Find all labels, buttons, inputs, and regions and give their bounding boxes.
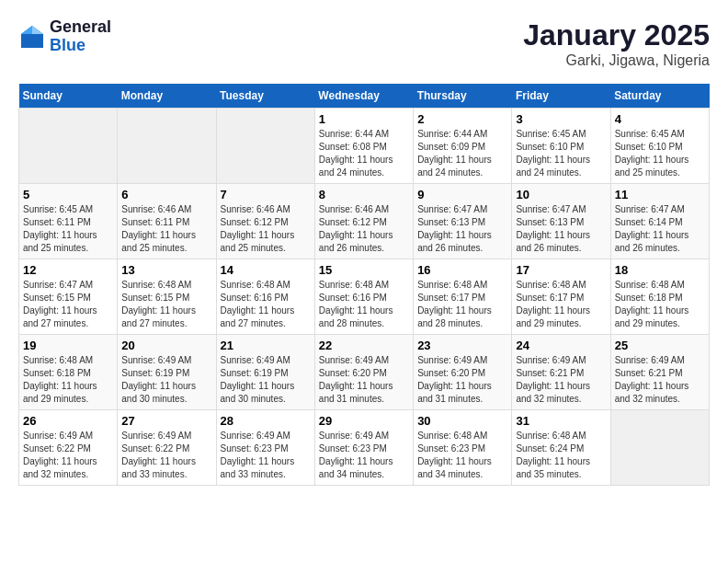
logo-text: General Blue (50, 18, 111, 55)
day-info: Sunrise: 6:49 AMSunset: 6:23 PMDaylight:… (319, 430, 409, 481)
day-number: 27 (121, 414, 211, 428)
calendar-cell: 14Sunrise: 6:48 AMSunset: 6:16 PMDayligh… (216, 259, 314, 335)
day-info: Sunrise: 6:48 AMSunset: 6:17 PMDaylight:… (516, 279, 606, 330)
calendar-cell: 16Sunrise: 6:48 AMSunset: 6:17 PMDayligh… (414, 259, 512, 335)
day-number: 2 (417, 112, 507, 126)
day-info: Sunrise: 6:49 AMSunset: 6:22 PMDaylight:… (23, 430, 113, 481)
calendar-cell: 11Sunrise: 6:47 AMSunset: 6:14 PMDayligh… (610, 184, 709, 259)
calendar-cell: 23Sunrise: 6:49 AMSunset: 6:20 PMDayligh… (414, 335, 512, 410)
calendar-week-row: 26Sunrise: 6:49 AMSunset: 6:22 PMDayligh… (19, 410, 710, 486)
day-header-monday: Monday (118, 84, 216, 109)
day-number: 13 (121, 263, 211, 277)
day-number: 23 (417, 339, 507, 352)
day-info: Sunrise: 6:49 AMSunset: 6:22 PMDaylight:… (121, 430, 211, 481)
day-info: Sunrise: 6:49 AMSunset: 6:21 PMDaylight:… (615, 354, 705, 406)
calendar-cell: 6Sunrise: 6:46 AMSunset: 6:11 PMDaylight… (118, 184, 216, 259)
day-number: 26 (23, 414, 113, 428)
calendar-cell: 9Sunrise: 6:47 AMSunset: 6:13 PMDaylight… (414, 184, 512, 259)
day-number: 8 (319, 188, 409, 201)
day-number: 12 (23, 263, 113, 277)
calendar-week-row: 5Sunrise: 6:45 AMSunset: 6:11 PMDaylight… (19, 184, 710, 259)
calendar-cell (610, 410, 709, 486)
day-info: Sunrise: 6:44 AMSunset: 6:08 PMDaylight:… (319, 128, 409, 179)
day-info: Sunrise: 6:49 AMSunset: 6:19 PMDaylight:… (121, 354, 211, 406)
calendar-cell: 21Sunrise: 6:49 AMSunset: 6:19 PMDayligh… (216, 335, 314, 410)
calendar-cell: 27Sunrise: 6:49 AMSunset: 6:22 PMDayligh… (118, 410, 216, 486)
day-number: 4 (615, 112, 705, 126)
day-info: Sunrise: 6:47 AMSunset: 6:15 PMDaylight:… (23, 279, 113, 330)
calendar-cell: 19Sunrise: 6:48 AMSunset: 6:18 PMDayligh… (19, 335, 118, 410)
day-number: 14 (221, 263, 311, 277)
calendar-cell: 5Sunrise: 6:45 AMSunset: 6:11 PMDaylight… (19, 184, 118, 259)
day-number: 15 (319, 263, 409, 277)
day-info: Sunrise: 6:48 AMSunset: 6:16 PMDaylight:… (221, 279, 311, 330)
calendar-cell: 2Sunrise: 6:44 AMSunset: 6:09 PMDaylight… (414, 109, 512, 184)
logo-blue: Blue (50, 36, 85, 54)
logo-icon (18, 23, 46, 51)
day-number: 29 (319, 414, 409, 428)
calendar-cell: 12Sunrise: 6:47 AMSunset: 6:15 PMDayligh… (19, 259, 118, 335)
day-number: 31 (516, 414, 606, 428)
day-info: Sunrise: 6:45 AMSunset: 6:11 PMDaylight:… (23, 203, 113, 255)
calendar-cell (118, 109, 216, 184)
day-info: Sunrise: 6:44 AMSunset: 6:09 PMDaylight:… (417, 128, 507, 179)
title-area: January 2025 Garki, Jigawa, Nigeria (523, 18, 710, 69)
calendar-cell: 24Sunrise: 6:49 AMSunset: 6:21 PMDayligh… (512, 335, 610, 410)
day-number: 25 (615, 339, 705, 352)
calendar-cell (216, 109, 314, 184)
day-info: Sunrise: 6:45 AMSunset: 6:10 PMDaylight:… (615, 128, 705, 179)
day-number: 9 (417, 188, 507, 201)
day-info: Sunrise: 6:48 AMSunset: 6:16 PMDaylight:… (319, 279, 409, 330)
location-title: Garki, Jigawa, Nigeria (523, 52, 710, 69)
day-header-friday: Friday (512, 84, 610, 109)
calendar-cell: 7Sunrise: 6:46 AMSunset: 6:12 PMDaylight… (216, 184, 314, 259)
day-info: Sunrise: 6:46 AMSunset: 6:12 PMDaylight:… (319, 203, 409, 255)
calendar-cell: 10Sunrise: 6:47 AMSunset: 6:13 PMDayligh… (512, 184, 610, 259)
day-number: 22 (319, 339, 409, 352)
day-number: 16 (417, 263, 507, 277)
calendar-cell: 31Sunrise: 6:48 AMSunset: 6:24 PMDayligh… (512, 410, 610, 486)
calendar-cell: 28Sunrise: 6:49 AMSunset: 6:23 PMDayligh… (216, 410, 314, 486)
day-number: 1 (319, 112, 409, 126)
calendar-cell: 22Sunrise: 6:49 AMSunset: 6:20 PMDayligh… (314, 335, 413, 410)
day-number: 30 (417, 414, 507, 428)
day-number: 10 (516, 188, 606, 201)
day-info: Sunrise: 6:48 AMSunset: 6:17 PMDaylight:… (417, 279, 507, 330)
day-info: Sunrise: 6:49 AMSunset: 6:20 PMDaylight:… (319, 354, 409, 406)
day-info: Sunrise: 6:49 AMSunset: 6:23 PMDaylight:… (221, 430, 311, 481)
day-number: 5 (23, 188, 113, 201)
day-info: Sunrise: 6:49 AMSunset: 6:19 PMDaylight:… (221, 354, 311, 406)
calendar-table: SundayMondayTuesdayWednesdayThursdayFrid… (18, 84, 710, 486)
calendar-cell: 18Sunrise: 6:48 AMSunset: 6:18 PMDayligh… (610, 259, 709, 335)
calendar-cell: 30Sunrise: 6:48 AMSunset: 6:23 PMDayligh… (414, 410, 512, 486)
day-number: 19 (23, 339, 113, 352)
calendar-cell: 1Sunrise: 6:44 AMSunset: 6:08 PMDaylight… (314, 109, 413, 184)
calendar-cell: 25Sunrise: 6:49 AMSunset: 6:21 PMDayligh… (610, 335, 709, 410)
calendar-cell: 29Sunrise: 6:49 AMSunset: 6:23 PMDayligh… (314, 410, 413, 486)
day-info: Sunrise: 6:47 AMSunset: 6:13 PMDaylight:… (417, 203, 507, 255)
calendar-cell: 20Sunrise: 6:49 AMSunset: 6:19 PMDayligh… (118, 335, 216, 410)
svg-marker-2 (21, 26, 32, 34)
day-number: 7 (221, 188, 311, 201)
calendar-cell (19, 109, 118, 184)
day-header-saturday: Saturday (610, 84, 709, 109)
calendar-header-row: SundayMondayTuesdayWednesdayThursdayFrid… (19, 84, 710, 109)
page-header: General Blue January 2025 Garki, Jigawa,… (18, 18, 710, 69)
day-number: 11 (615, 188, 705, 201)
day-info: Sunrise: 6:47 AMSunset: 6:13 PMDaylight:… (516, 203, 606, 255)
day-info: Sunrise: 6:47 AMSunset: 6:14 PMDaylight:… (615, 203, 705, 255)
day-info: Sunrise: 6:48 AMSunset: 6:23 PMDaylight:… (417, 430, 507, 481)
calendar-cell: 15Sunrise: 6:48 AMSunset: 6:16 PMDayligh… (314, 259, 413, 335)
day-info: Sunrise: 6:48 AMSunset: 6:18 PMDaylight:… (615, 279, 705, 330)
month-title: January 2025 (523, 18, 710, 52)
calendar-cell: 13Sunrise: 6:48 AMSunset: 6:15 PMDayligh… (118, 259, 216, 335)
day-number: 17 (516, 263, 606, 277)
day-info: Sunrise: 6:48 AMSunset: 6:15 PMDaylight:… (121, 279, 211, 330)
calendar-cell: 3Sunrise: 6:45 AMSunset: 6:10 PMDaylight… (512, 109, 610, 184)
day-info: Sunrise: 6:49 AMSunset: 6:20 PMDaylight:… (417, 354, 507, 406)
day-info: Sunrise: 6:46 AMSunset: 6:12 PMDaylight:… (221, 203, 311, 255)
day-number: 6 (121, 188, 211, 201)
calendar-cell: 26Sunrise: 6:49 AMSunset: 6:22 PMDayligh… (19, 410, 118, 486)
day-header-tuesday: Tuesday (216, 84, 314, 109)
day-number: 24 (516, 339, 606, 352)
